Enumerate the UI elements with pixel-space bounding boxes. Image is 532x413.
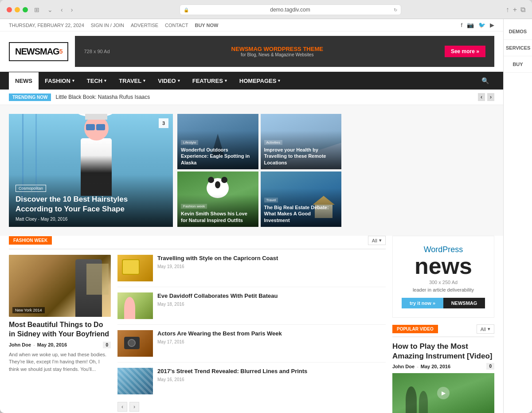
popular-video-header: POPULAR VIDEO All ▾: [392, 324, 494, 337]
ad-cta-button[interactable]: See more »: [445, 46, 485, 57]
small-article-4-date: May 16, 2016: [157, 377, 386, 382]
small-article-1-date: May 19, 2016: [157, 264, 386, 269]
small-article-1-info: Travelling with Style on the Capricorn C…: [157, 255, 386, 281]
chevron-down-icon: ▾: [104, 78, 106, 83]
chevron-down-icon[interactable]: ⌄: [46, 5, 55, 14]
nav-item-video[interactable]: VIDEO ▾: [152, 72, 186, 90]
small-article-3[interactable]: Actors Are Wearing the Best from Paris W…: [117, 330, 386, 362]
social-links: f 📷 🐦 ▶: [461, 22, 494, 28]
nav-item-travel[interactable]: TRAVEL ▾: [113, 72, 152, 90]
fashion-week-badge: FASHION WEEK: [9, 236, 52, 245]
article-card-4[interactable]: Travel The Big Real Estate Debate: What …: [261, 171, 342, 227]
buy-now-link[interactable]: BUY NOW: [195, 23, 218, 28]
popular-video-thumbnail[interactable]: ▶: [392, 373, 494, 413]
featured-author-name: John Doe: [9, 342, 31, 347]
small-article-4[interactable]: 2017's Street Trend Revealed: Blurred Li…: [117, 368, 386, 400]
nav-item-tech[interactable]: TECH ▾: [81, 72, 113, 90]
video-comments-count: 0: [486, 363, 494, 370]
hero-date: May 20, 2016: [41, 217, 68, 222]
advertise-link[interactable]: ADVERTISE: [131, 23, 158, 28]
popular-video-badge: POPULAR VIDEO: [392, 325, 438, 333]
contact-link[interactable]: CONTACT: [165, 23, 188, 28]
ad-widget-news-text: news: [402, 254, 485, 277]
hero-title: Discover the 10 Best Hairstyles Accordin…: [16, 195, 166, 214]
small-article-3-date: May 17, 2016: [157, 339, 386, 344]
ad-try-now-button[interactable]: try it now »: [402, 298, 443, 308]
article-card-2[interactable]: Activities Improve your Health by Travel…: [261, 114, 342, 169]
address-bar[interactable]: 🔒 demo.tagdiv.com ↻: [180, 4, 401, 15]
tabs-icon[interactable]: ⧉: [520, 6, 525, 14]
maximize-button[interactable]: [23, 7, 28, 12]
ad-newsmag-button[interactable]: NEWSMAG: [443, 298, 485, 308]
trending-navigation: ‹ ›: [478, 93, 494, 101]
video-date: May 20, 2016: [421, 364, 450, 369]
instagram-icon[interactable]: 📷: [467, 22, 474, 28]
fashion-week-all-dropdown[interactable]: All ▾: [368, 236, 386, 245]
ad-title: NEWSMAG WORDPRESS THEME: [231, 46, 323, 52]
side-panel-demos[interactable]: DEMOS: [504, 23, 532, 40]
article-card-1[interactable]: Lifestyle Wonderful Outdoors Experience:…: [177, 114, 258, 169]
facebook-icon[interactable]: f: [461, 22, 462, 28]
trending-bar: TRENDING NOW Little Black Book: Natasha …: [0, 90, 503, 105]
article-card-3[interactable]: Fashion week Kevin Smith Shows his Love …: [177, 171, 258, 227]
small-article-2[interactable]: Eve Davidoff Collaborates With Petit Bat…: [117, 292, 386, 325]
side-panel-buy[interactable]: BUY: [504, 56, 532, 73]
nav-item-homepages[interactable]: HOMEPAGES ▾: [233, 72, 287, 90]
forward-button[interactable]: ›: [69, 5, 75, 14]
trending-text: Little Black Book: Natasha Rufus Isaacs: [55, 94, 473, 100]
close-button[interactable]: [7, 7, 12, 12]
minimize-button[interactable]: [15, 7, 20, 12]
small-article-3-image: [117, 330, 153, 357]
browser-chrome: ⊞ ⌄ ‹ › 🔒 demo.tagdiv.com ↻ ↑ + ⧉: [0, 0, 532, 19]
site-logo[interactable]: NEWSMAG5: [9, 42, 68, 61]
add-tab-icon[interactable]: +: [513, 6, 517, 14]
chevron-down-icon: ▾: [225, 78, 227, 83]
popular-video-all-label: All: [481, 327, 486, 332]
ad-widget-size: 300 x 250 Ad: [402, 280, 485, 285]
hero-author: Matt Cloey: [16, 217, 37, 222]
lock-icon: 🔒: [184, 8, 189, 12]
trending-badge: TRENDING NOW: [9, 94, 51, 101]
popular-video-title[interactable]: How to Play the Most Amazing Instrument …: [392, 342, 494, 361]
featured-article-date: May 20, 2016: [37, 342, 67, 347]
article-3-category: Fashion week: [181, 204, 207, 209]
next-page-button[interactable]: ›: [129, 402, 139, 412]
youtube-icon[interactable]: ▶: [490, 22, 494, 28]
right-articles-grid: Lifestyle Wonderful Outdoors Experience:…: [177, 114, 341, 227]
all-label: All: [372, 238, 377, 243]
article-4-title: The Big Real Estate Debate: What Makes A…: [264, 204, 338, 223]
hero-article[interactable]: 3 Cosmopolitan Discover the 10 Best Hair…: [9, 114, 173, 227]
fashion-week-content: New York 2014 Most Beautiful Things to D…: [9, 255, 386, 412]
share-icon[interactable]: ↑: [506, 6, 509, 14]
trending-next-button[interactable]: ›: [487, 93, 494, 101]
trending-prev-button[interactable]: ‹: [478, 93, 485, 101]
window-layout-button[interactable]: ⊞: [32, 5, 41, 14]
sign-in-link[interactable]: SIGN IN / JOIN: [91, 23, 124, 28]
featured-article-image[interactable]: New York 2014: [9, 255, 111, 317]
browser-actions: ↑ + ⧉: [506, 6, 525, 14]
content-section: FASHION WEEK All ▾: [0, 236, 503, 413]
article-4-category: Travel: [264, 198, 278, 203]
side-panel-services[interactable]: SERVICES: [504, 40, 532, 56]
nav-item-fashion[interactable]: FASHION ▾: [39, 72, 81, 90]
reload-icon[interactable]: ↻: [394, 8, 397, 12]
small-article-1[interactable]: Travelling with Style on the Capricorn C…: [117, 255, 386, 287]
sidebar: WordPress news 300 x 250 Ad leader in ar…: [392, 236, 494, 413]
back-button[interactable]: ‹: [59, 5, 65, 14]
article-1-title: Wonderful Outdoors Experience: Eagle Spo…: [181, 147, 255, 166]
twitter-icon[interactable]: 🐦: [478, 22, 485, 28]
article-2-title: Improve your Health by Travelling to the…: [264, 147, 338, 166]
date-text: THURSDAY, FEBRUARY 22, 2024: [9, 23, 84, 28]
nav-item-news[interactable]: NEWS: [9, 72, 39, 90]
prev-page-button[interactable]: ‹: [117, 402, 127, 412]
top-bar: THURSDAY, FEBRUARY 22, 2024 SIGN IN / JO…: [0, 19, 503, 31]
featured-article-title[interactable]: Most Beautiful Things to Do in Sidney wi…: [9, 320, 111, 339]
hero-overlay: Cosmopolitan Discover the 10 Best Hairst…: [9, 175, 173, 227]
chevron-down-icon: ▾: [72, 78, 74, 83]
popular-video-all-dropdown[interactable]: All ▾: [477, 324, 494, 334]
search-icon[interactable]: 🔍: [476, 72, 494, 90]
small-article-2-date: May 18, 2016: [157, 302, 386, 307]
nav-item-features[interactable]: FEATURES ▾: [186, 72, 233, 90]
ad-size: 728 x 90 Ad: [84, 49, 110, 54]
featured-article-author: John Doe - May 20, 2016 0: [9, 342, 111, 348]
